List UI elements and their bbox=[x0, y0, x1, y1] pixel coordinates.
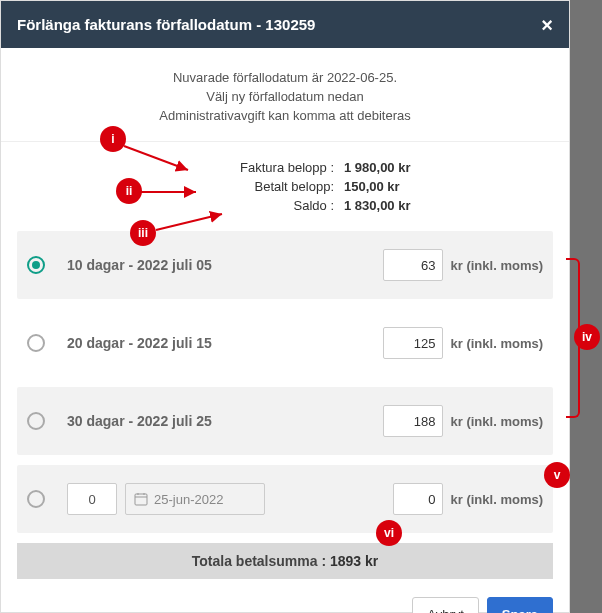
cancel-button[interactable]: Avbryt bbox=[412, 597, 479, 613]
annotation-badge-iv: iv bbox=[574, 324, 600, 350]
annotation-badge-vi: vi bbox=[376, 520, 402, 546]
options-list: 10 dagar - 2022 juli 05 kr (inkl. moms) … bbox=[1, 231, 569, 533]
paid-amount-value: 150,00 kr bbox=[340, 179, 440, 194]
option-1-suffix: kr (inkl. moms) bbox=[451, 258, 543, 273]
option-2-label: 20 dagar - 2022 juli 15 bbox=[67, 335, 383, 351]
intro-block: Nuvarade förfallodatum är 2022-06-25. Vä… bbox=[1, 48, 569, 142]
intro-line-1: Nuvarade förfallodatum är 2022-06-25. bbox=[21, 70, 549, 85]
custom-date-input[interactable]: 25-jun-2022 bbox=[125, 483, 265, 515]
total-value: 1893 kr bbox=[330, 553, 378, 569]
annotation-badge-iii: iii bbox=[130, 220, 156, 246]
option-row-1[interactable]: 10 dagar - 2022 juli 05 kr (inkl. moms) bbox=[17, 231, 553, 299]
balance-label: Saldo : bbox=[130, 198, 340, 213]
annotation-badge-v: v bbox=[544, 462, 570, 488]
save-button[interactable]: Spara bbox=[487, 597, 553, 613]
custom-date-value: 25-jun-2022 bbox=[154, 492, 223, 507]
option-1-label: 10 dagar - 2022 juli 05 bbox=[67, 257, 383, 273]
option-2-fee-input[interactable] bbox=[383, 327, 443, 359]
option-2-suffix: kr (inkl. moms) bbox=[451, 336, 543, 351]
radio-option-2[interactable] bbox=[27, 334, 45, 352]
option-3-suffix: kr (inkl. moms) bbox=[451, 414, 543, 429]
option-row-custom[interactable]: 25-jun-2022 kr (inkl. moms) bbox=[17, 465, 553, 533]
option-row-2[interactable]: 20 dagar - 2022 juli 15 kr (inkl. moms) bbox=[17, 309, 553, 377]
close-icon[interactable]: × bbox=[541, 15, 553, 35]
radio-option-1[interactable] bbox=[27, 256, 45, 274]
backdrop-shade bbox=[570, 0, 602, 613]
modal-title: Förlänga fakturans förfallodatum - 13025… bbox=[17, 16, 315, 33]
option-3-fee-input[interactable] bbox=[383, 405, 443, 437]
custom-suffix: kr (inkl. moms) bbox=[451, 492, 543, 507]
balance-value: 1 830,00 kr bbox=[340, 198, 440, 213]
annotation-badge-i: i bbox=[100, 126, 126, 152]
intro-line-3: Administrativavgift kan komma att debite… bbox=[21, 108, 549, 123]
invoice-amount-label: Faktura belopp : bbox=[130, 160, 340, 175]
option-row-3[interactable]: 30 dagar - 2022 juli 25 kr (inkl. moms) bbox=[17, 387, 553, 455]
custom-days-input[interactable] bbox=[67, 483, 117, 515]
invoice-amount-value: 1 980,00 kr bbox=[340, 160, 440, 175]
annotation-badge-ii: ii bbox=[116, 178, 142, 204]
custom-fee-input[interactable] bbox=[393, 483, 443, 515]
modal: Förlänga fakturans förfallodatum - 13025… bbox=[0, 0, 570, 613]
option-3-label: 30 dagar - 2022 juli 25 bbox=[67, 413, 383, 429]
radio-option-3[interactable] bbox=[27, 412, 45, 430]
calendar-icon bbox=[134, 492, 148, 506]
intro-line-2: Välj ny förfallodatum nedan bbox=[21, 89, 549, 104]
option-1-fee-input[interactable] bbox=[383, 249, 443, 281]
total-label: Totala betalsumma : bbox=[192, 553, 326, 569]
button-row: Avbryt Spara bbox=[1, 597, 569, 613]
radio-option-custom[interactable] bbox=[27, 490, 45, 508]
total-bar: Totala betalsumma : 1893 kr bbox=[17, 543, 553, 579]
amounts-block: Faktura belopp : 1 980,00 kr Betalt belo… bbox=[1, 142, 569, 231]
svg-rect-0 bbox=[135, 494, 147, 505]
titlebar: Förlänga fakturans förfallodatum - 13025… bbox=[1, 1, 569, 48]
paid-amount-label: Betalt belopp: bbox=[130, 179, 340, 194]
